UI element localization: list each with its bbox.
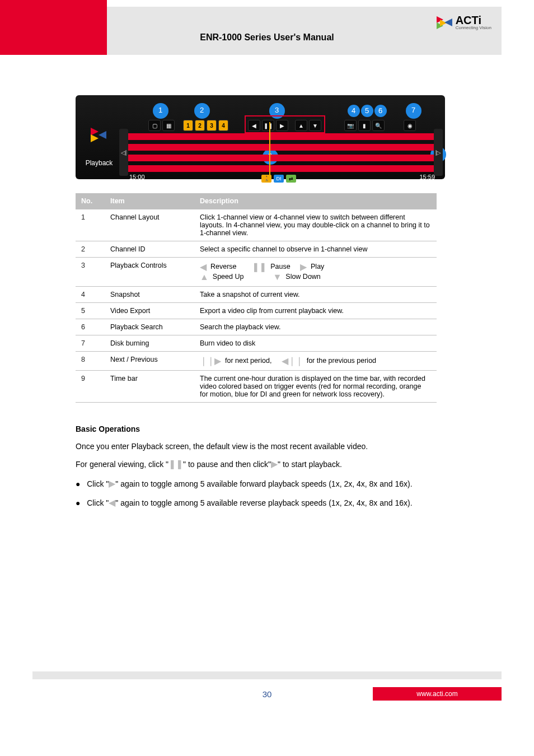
playhead[interactable] (269, 122, 270, 175)
reverse-inline-icon: ◀ (109, 498, 115, 507)
snapshot-button[interactable]: 📷 (344, 120, 357, 131)
timebar-row-1[interactable] (128, 133, 435, 140)
play-icon[interactable]: ▶ (276, 120, 288, 131)
channel-1-button[interactable]: 1 (183, 120, 193, 131)
play-inline-icon: ▶ (109, 479, 115, 488)
table-row: 6Playback SearchSearch the playback view… (76, 319, 437, 335)
callout-6: 6 (374, 105, 387, 117)
di-icon: DI (274, 175, 284, 183)
table-row: 7Disk burningBurn video to disk (76, 335, 437, 352)
timebar-row-4[interactable] (128, 165, 435, 172)
channel-4-button[interactable]: 4 (218, 120, 228, 131)
acti-mark-icon (437, 16, 452, 29)
layout-4ch-icon[interactable]: ▦ (162, 120, 175, 131)
export-button[interactable]: ▮ (358, 120, 371, 131)
table-head-desc: Description (194, 193, 437, 209)
section-heading: Basic Operations (76, 422, 456, 437)
header-red-block (0, 0, 107, 55)
slow-down-icon[interactable]: ▼ (309, 120, 321, 131)
table-head-item: Item (105, 193, 194, 209)
brand-logo: ACTi Connecting Vision (437, 15, 491, 30)
callout-5: 5 (361, 105, 373, 117)
table-row: 3Playback Controls ◀ Reverse ❚❚ Pause ▶ … (76, 258, 437, 287)
playback-panel: 1 2 3 4 5 6 7 8 9 ▢ ▦ 1 2 3 4 ◀ ❚❚ (76, 95, 445, 179)
prev-period-button[interactable]: ◁| (119, 129, 128, 176)
instruction-line: For general viewing, click "❚❚" to pause… (76, 456, 456, 473)
capture-buttons[interactable]: 📷 ▮ 🔍 (344, 120, 385, 131)
reverse-icon[interactable]: ◀ (248, 120, 260, 131)
playback-controls[interactable]: ◀ ❚❚ ▶ ▲ ▼ (248, 120, 321, 131)
time-start-label: 15:00 (129, 174, 145, 180)
layout-buttons[interactable]: ▢ ▦ (148, 120, 175, 131)
timebar-row-3[interactable] (128, 155, 435, 161)
pause-glyph-icon: ❚❚ (252, 262, 266, 272)
footer-rule (32, 671, 502, 679)
disc-burn-button[interactable]: ◉ (404, 120, 416, 131)
channel-3-button[interactable]: 3 (207, 120, 217, 131)
body-text: Basic Operations Once you enter Playback… (76, 422, 456, 511)
acti-mark-small-icon (91, 128, 107, 142)
network-loss-icon: ⇄ (286, 175, 296, 183)
motion-icon: 🚶 (261, 175, 271, 183)
brand-name: ACTi (456, 15, 491, 26)
table-row: 1Channel LayoutClick 1-channel view or 4… (76, 209, 437, 241)
pause-icon[interactable]: ❚❚ (262, 120, 274, 131)
search-button[interactable]: 🔍 (372, 120, 385, 131)
table-row: 8Next / Previous ❘❘▶ for next period, ◀❘… (76, 352, 437, 371)
bullet-reverse: ● Click "◀" again to toggle among 5 avai… (76, 494, 456, 511)
callout-2: 2 (194, 103, 210, 119)
callout-7: 7 (406, 103, 421, 119)
panel-mode-label: Playback (80, 159, 118, 167)
table-row: 2Channel IDSelect a specific channel to … (76, 241, 437, 258)
channel-2-button[interactable]: 2 (195, 120, 205, 131)
table-row: 9Time barThe current one-hour duration i… (76, 371, 437, 403)
pause-inline-icon: ❚❚ (168, 459, 183, 469)
bullet-forward: ● Click "▶" again to toggle among 5 avai… (76, 475, 456, 492)
callout-1: 1 (153, 103, 168, 119)
speed-up-icon[interactable]: ▲ (295, 120, 307, 131)
table-row: 4SnapshotTake a snapshot of current view… (76, 287, 437, 303)
table-row: 5Video ExportExport a video clip from cu… (76, 303, 437, 319)
brand-tagline: Connecting Vision (456, 26, 491, 30)
time-end-label: 15:59 (419, 174, 435, 180)
play-glyph-icon: ▶ (300, 262, 307, 272)
layout-1ch-icon[interactable]: ▢ (148, 120, 161, 131)
play-inline-icon: ▶ (271, 459, 278, 469)
event-legend: 🚶 DI ⇄ (261, 175, 296, 183)
speedup-glyph-icon: ▲ (200, 272, 209, 282)
panel-left-block: Playback (80, 128, 118, 167)
timebar-row-2[interactable] (128, 144, 435, 151)
controls-table: No. Item Description 1Channel LayoutClic… (76, 193, 437, 403)
next-period-button[interactable]: |▷ (434, 129, 443, 176)
table-head-no: No. (76, 193, 105, 209)
burn-buttons[interactable]: ◉ (404, 120, 416, 131)
prev-period-glyph-icon: ◀❘❘ (282, 356, 303, 366)
footer-site-strip: www.acti.com (373, 687, 502, 701)
slowdown-glyph-icon: ▼ (273, 272, 282, 282)
channel-id-buttons[interactable]: 1 2 3 4 (183, 120, 228, 131)
intro-line: Once you enter Playback screen, the defa… (76, 439, 456, 454)
reverse-glyph-icon: ◀ (200, 262, 207, 272)
next-period-glyph-icon: ❘❘▶ (200, 356, 221, 366)
callout-4: 4 (348, 105, 360, 117)
